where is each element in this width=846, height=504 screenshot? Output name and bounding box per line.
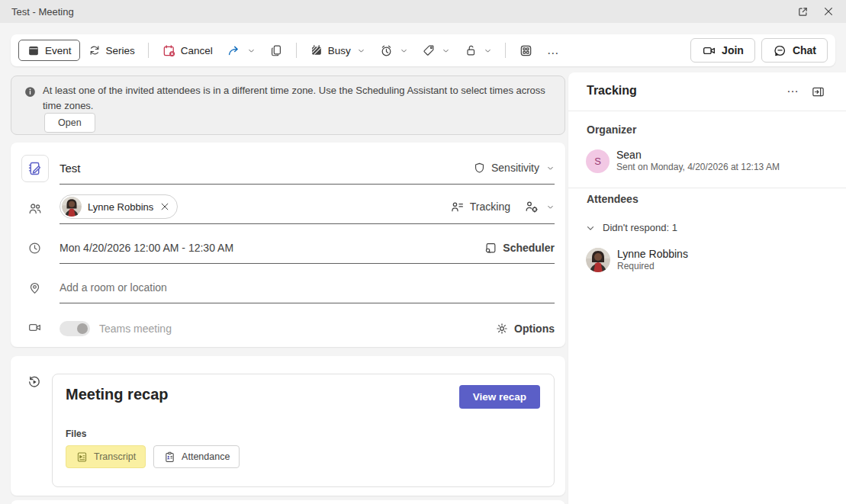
didnt-respond-group-toggle[interactable]: Didn't respond: 1 [585, 222, 677, 233]
copy-button[interactable] [263, 40, 289, 61]
timezone-message: At least one of the invited attendees is… [43, 83, 555, 114]
toolbar-more-button[interactable]: … [541, 43, 566, 57]
window-titlebar: Test - Meeting [0, 0, 846, 23]
chat-button-label: Chat [793, 44, 816, 56]
meeting-form-card: Sensitivity Lynne Robbins Tracking [11, 143, 565, 347]
busy-status-icon [310, 43, 323, 57]
organizer-initial: S [594, 156, 601, 167]
tracking-panel: Tracking … Organizer S Sean Sent on Mond… [568, 72, 846, 504]
title-row: Sensitivity [60, 152, 555, 185]
series-tab-label: Series [106, 45, 135, 56]
remove-attendee-icon[interactable] [159, 201, 170, 212]
organizer-row[interactable]: S Sean Sent on Monday, 4/20/2026 at 12:1… [586, 149, 780, 173]
datetime-value[interactable]: Mon 4/20/2026 12:00 AM - 12:30 AM [60, 242, 233, 254]
reminder-dropdown[interactable] [373, 40, 414, 62]
forward-arrow-icon [227, 43, 241, 58]
sensitivity-lock-dropdown[interactable] [458, 40, 498, 61]
meeting-recap-card: Meeting recap View recap Files Transcrip… [11, 356, 565, 496]
forward-button[interactable] [220, 40, 262, 62]
tracking-more-button[interactable]: … [780, 79, 806, 98]
transcript-chip-label: Transcript [94, 451, 136, 462]
apps-button[interactable] [513, 40, 539, 62]
close-window-button[interactable] [815, 2, 841, 21]
file-chips: Transcript Attendance [66, 445, 240, 468]
window-title: Test - Meeting [11, 6, 74, 18]
people-settings-icon [524, 199, 539, 214]
next-section-card-edge [11, 500, 565, 504]
teams-meeting-toggle[interactable] [60, 321, 90, 336]
location-pin-icon [27, 281, 42, 295]
shield-icon [473, 162, 486, 175]
open-scheduling-assistant-button[interactable]: Open [44, 113, 95, 133]
organizer-name: Sean [616, 149, 780, 162]
meeting-toolbar: Event Series Cancel Busy [11, 34, 835, 66]
tracking-toggle-button[interactable]: Tracking [450, 200, 510, 214]
view-recap-button[interactable]: View recap [459, 385, 540, 409]
chevron-down-icon [357, 47, 365, 55]
chevron-down-icon [442, 47, 450, 55]
chat-bubble-icon [773, 43, 787, 58]
categorize-dropdown[interactable] [416, 40, 456, 61]
files-label: Files [66, 429, 86, 439]
event-tab-label: Event [45, 45, 72, 56]
gear-icon [495, 322, 509, 335]
clock-icon [27, 241, 42, 255]
sensitivity-label: Sensitivity [491, 162, 539, 174]
event-tab[interactable]: Event [18, 40, 80, 61]
chat-button[interactable]: Chat [761, 38, 828, 63]
series-tab[interactable]: Series [82, 40, 141, 61]
join-button-label: Join [722, 44, 744, 56]
open-button-label: Open [58, 117, 82, 128]
chevron-down-icon [546, 203, 555, 211]
options-label: Options [514, 323, 555, 335]
recap-title: Meeting recap [66, 386, 168, 403]
attendees-section-label: Attendees [587, 193, 639, 205]
scheduler-button[interactable]: Scheduler [484, 241, 555, 255]
meeting-title-input[interactable] [60, 162, 473, 175]
sensitivity-dropdown[interactable]: Sensitivity [473, 162, 555, 175]
collapse-panel-icon[interactable] [811, 85, 825, 99]
calendar-event-icon [27, 43, 40, 57]
open-in-new-window-button[interactable] [790, 2, 815, 21]
attendee-tracking-name: Lynne Robbins [617, 248, 688, 261]
attendee-tracking-row[interactable]: Lynne Robbins Required [586, 248, 688, 272]
sync-series-icon [88, 43, 101, 57]
video-camera-icon [702, 43, 716, 58]
attendee-tracking-role: Required [617, 261, 688, 272]
attendee-chip[interactable]: Lynne Robbins [60, 194, 178, 219]
alarm-clock-icon [379, 43, 394, 58]
cancel-meeting-button[interactable]: Cancel [156, 40, 219, 62]
teams-camera-icon [27, 320, 42, 335]
show-as-busy-dropdown[interactable]: Busy [304, 40, 372, 61]
transcript-file-icon [76, 451, 88, 464]
attendance-file-chip[interactable]: Attendance [153, 445, 240, 468]
chevron-down-icon [546, 164, 555, 172]
datetime-row: Mon 4/20/2026 12:00 AM - 12:30 AM Schedu… [60, 233, 555, 264]
join-button[interactable]: Join [690, 38, 755, 63]
didnt-respond-label: Didn't respond: 1 [603, 222, 677, 233]
toolbar-divider [296, 43, 297, 58]
attendee-options-dropdown[interactable] [524, 199, 555, 214]
toolbar-divider [148, 43, 149, 58]
location-input[interactable] [60, 281, 555, 294]
organizer-section-label: Organizer [587, 124, 636, 136]
edit-event-iconbox[interactable] [21, 155, 49, 182]
tracking-panel-title: Tracking [587, 84, 637, 98]
transcript-file-chip[interactable]: Transcript [66, 445, 146, 468]
attendee-avatar [62, 197, 82, 217]
attendee-tracking-avatar [586, 248, 610, 272]
chevron-down-icon [585, 223, 596, 233]
unlock-icon [464, 43, 478, 57]
tracking-panel-header: Tracking … [568, 72, 846, 111]
organizer-sent-text: Sent on Monday, 4/20/2026 at 12:13 AM [616, 162, 780, 173]
attendance-file-icon [163, 451, 176, 464]
panel-divider [568, 188, 846, 188]
toggle-knob [77, 323, 88, 334]
open-in-new-icon [796, 5, 809, 18]
teams-meeting-label: Teams meeting [99, 323, 172, 335]
meeting-options-button[interactable]: Options [495, 322, 555, 335]
info-icon [24, 85, 37, 98]
scheduler-label: Scheduler [503, 242, 555, 254]
busy-dropdown-label: Busy [328, 45, 351, 56]
apps-grid-icon [519, 43, 533, 58]
